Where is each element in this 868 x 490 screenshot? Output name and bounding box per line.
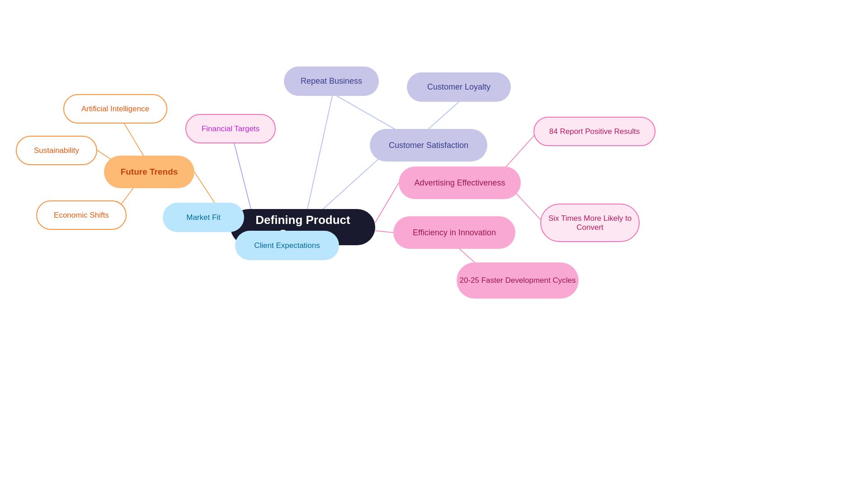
report-positive-node: 84 Report Positive Results	[533, 117, 656, 146]
efficiency-innovation-node: Efficiency in Innovation	[393, 216, 515, 249]
advertising-effectiveness-label: Advertising Effectiveness	[415, 178, 505, 188]
customer-satisfaction-node: Customer Satisfaction	[370, 129, 487, 162]
artificial-intelligence-label: Artificial Intelligence	[81, 105, 149, 114]
sustainability-label: Sustainability	[34, 146, 79, 155]
six-times-label: Six Times More Likely to Convert	[541, 214, 639, 232]
future-trends-node: Future Trends	[104, 156, 194, 188]
customer-loyalty-node: Customer Loyalty	[407, 72, 511, 102]
repeat-business-node: Repeat Business	[284, 67, 379, 96]
faster-dev-node: 20-25 Faster Development Cycles	[457, 262, 579, 299]
faster-dev-label: 20-25 Faster Development Cycles	[459, 276, 576, 285]
economic-shifts-label: Economic Shifts	[54, 211, 109, 220]
report-positive-label: 84 Report Positive Results	[549, 127, 640, 136]
economic-shifts-node: Economic Shifts	[36, 200, 127, 230]
client-expectations-node: Client Expectations	[235, 231, 339, 260]
sustainability-node: Sustainability	[16, 136, 97, 165]
future-trends-label: Future Trends	[121, 167, 178, 177]
svg-line-14	[375, 231, 393, 233]
client-expectations-label: Client Expectations	[254, 241, 320, 250]
efficiency-innovation-label: Efficiency in Innovation	[413, 228, 496, 238]
customer-loyalty-label: Customer Loyalty	[427, 82, 491, 92]
svg-line-10	[337, 96, 402, 133]
market-fit-node: Market Fit	[163, 203, 244, 232]
customer-satisfaction-label: Customer Satisfaction	[389, 141, 468, 150]
market-fit-label: Market Fit	[186, 213, 221, 222]
svg-line-7	[307, 96, 332, 209]
artificial-intelligence-node: Artificial Intelligence	[63, 94, 167, 124]
advertising-effectiveness-node: Advertising Effectiveness	[399, 167, 521, 199]
repeat-business-label: Repeat Business	[301, 76, 362, 86]
six-times-node: Six Times More Likely to Convert	[540, 204, 640, 242]
financial-targets-node: Financial Targets	[185, 114, 276, 143]
svg-line-11	[375, 183, 399, 223]
svg-line-9	[429, 102, 459, 129]
financial-targets-label: Financial Targets	[202, 124, 259, 133]
